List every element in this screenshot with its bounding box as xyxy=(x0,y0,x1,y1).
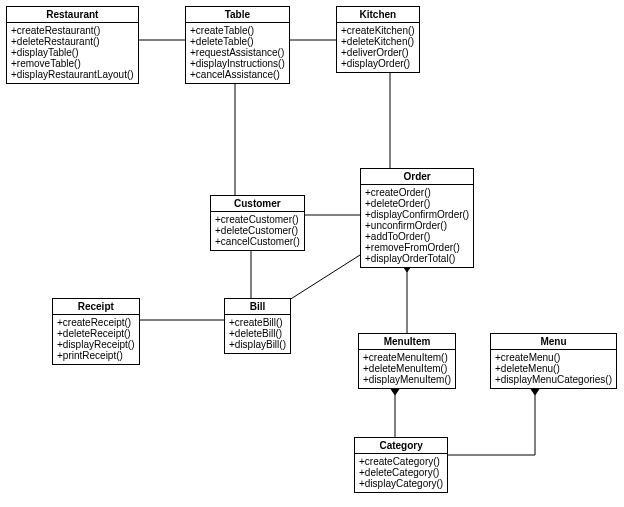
class-menu: Menu +createMenu() +deleteMenu() +displa… xyxy=(490,333,617,389)
class-body: +createCategory() +deleteCategory() +dis… xyxy=(355,454,447,492)
class-title: Category xyxy=(355,438,447,454)
method: +displayConfirmOrder() xyxy=(365,209,469,220)
class-title: Restaurant xyxy=(7,7,138,23)
method: +cancelAssistance() xyxy=(190,69,285,80)
method: +deleteTable() xyxy=(190,36,285,47)
class-title: Bill xyxy=(225,299,290,315)
method: +displayCategory() xyxy=(359,478,443,489)
class-body: +createMenu() +deleteMenu() +displayMenu… xyxy=(491,350,616,388)
method: +createCategory() xyxy=(359,456,443,467)
method: +displayRestaurantLayout() xyxy=(11,69,134,80)
method: +displayReceipt() xyxy=(57,339,135,350)
method: +removeTable() xyxy=(11,58,134,69)
method: +unconfirmOrder() xyxy=(365,220,469,231)
class-body: +createReceipt() +deleteReceipt() +displ… xyxy=(53,315,139,364)
class-title: Kitchen xyxy=(337,7,419,23)
class-title: Table xyxy=(186,7,289,23)
method: +deleteRestaurant() xyxy=(11,36,134,47)
method: +createOrder() xyxy=(365,187,469,198)
method: +removeFromOrder() xyxy=(365,242,469,253)
method: +createMenuItem() xyxy=(363,352,451,363)
class-title: MenuItem xyxy=(359,334,455,350)
method: +deleteBill() xyxy=(229,328,286,339)
class-body: +createOrder() +deleteOrder() +displayCo… xyxy=(361,185,473,267)
class-category: Category +createCategory() +deleteCatego… xyxy=(354,437,448,493)
method: +deliverOrder() xyxy=(341,47,415,58)
class-body: +createKitchen() +deleteKitchen() +deliv… xyxy=(337,23,419,72)
class-body: +createTable() +deleteTable() +requestAs… xyxy=(186,23,289,83)
method: +printReceipt() xyxy=(57,350,135,361)
method: +deleteCustomer() xyxy=(215,225,300,236)
class-table: Table +createTable() +deleteTable() +req… xyxy=(185,6,290,84)
class-kitchen: Kitchen +createKitchen() +deleteKitchen(… xyxy=(336,6,420,73)
method: +deleteCategory() xyxy=(359,467,443,478)
method: +deleteKitchen() xyxy=(341,36,415,47)
method: +deleteOrder() xyxy=(365,198,469,209)
method: +deleteMenu() xyxy=(495,363,612,374)
class-order: Order +createOrder() +deleteOrder() +dis… xyxy=(360,168,474,268)
class-title: Menu xyxy=(491,334,616,350)
method: +createKitchen() xyxy=(341,25,415,36)
class-body: +createBill() +deleteBill() +displayBill… xyxy=(225,315,290,353)
class-customer: Customer +createCustomer() +deleteCustom… xyxy=(210,195,305,251)
method: +deleteMenuItem() xyxy=(363,363,451,374)
class-restaurant: Restaurant +createRestaurant() +deleteRe… xyxy=(6,6,139,84)
method: +deleteReceipt() xyxy=(57,328,135,339)
method: +createRestaurant() xyxy=(11,25,134,36)
method: +displayBill() xyxy=(229,339,286,350)
method: +requestAssistance() xyxy=(190,47,285,58)
class-body: +createCustomer() +deleteCustomer() +can… xyxy=(211,212,304,250)
svg-line-10 xyxy=(286,255,360,302)
class-bill: Bill +createBill() +deleteBill() +displa… xyxy=(224,298,291,354)
class-receipt: Receipt +createReceipt() +deleteReceipt(… xyxy=(52,298,140,365)
method: +displayOrderTotal() xyxy=(365,253,469,264)
method: +displayOrder() xyxy=(341,58,415,69)
method: +cancelCustomer() xyxy=(215,236,300,247)
method: +createReceipt() xyxy=(57,317,135,328)
class-body: +createMenuItem() +deleteMenuItem() +dis… xyxy=(359,350,455,388)
class-title: Receipt xyxy=(53,299,139,315)
method: +createBill() xyxy=(229,317,286,328)
method: +displayTable() xyxy=(11,47,134,58)
class-body: +createRestaurant() +deleteRestaurant() … xyxy=(7,23,138,83)
method: +createTable() xyxy=(190,25,285,36)
method: +createMenu() xyxy=(495,352,612,363)
class-menuitem: MenuItem +createMenuItem() +deleteMenuIt… xyxy=(358,333,456,389)
method: +displayInstructions() xyxy=(190,58,285,69)
method: +displayMenuItem() xyxy=(363,374,451,385)
class-title: Order xyxy=(361,169,473,185)
method: +addToOrder() xyxy=(365,231,469,242)
class-title: Customer xyxy=(211,196,304,212)
method: +displayMenuCategories() xyxy=(495,374,612,385)
method: +createCustomer() xyxy=(215,214,300,225)
